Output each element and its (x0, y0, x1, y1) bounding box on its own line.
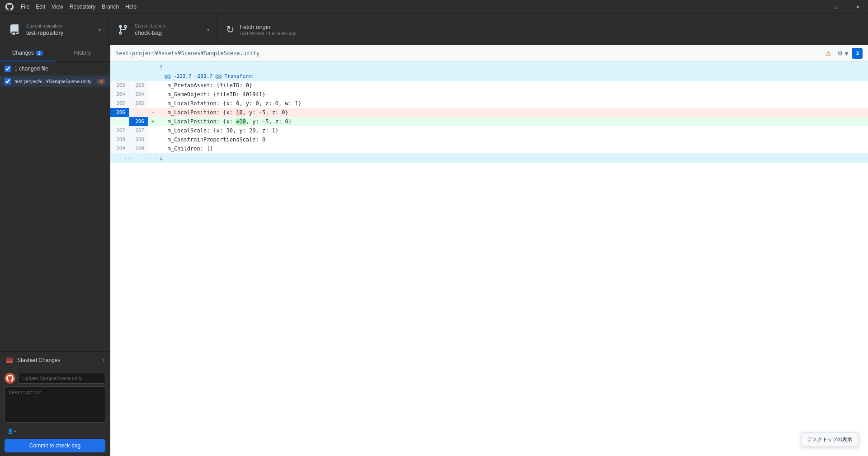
file-status-badge: M (97, 79, 105, 85)
commit-area: 👤+ Commit to check-bag (0, 369, 110, 456)
diff-line: 209 209 m_Children: [] (110, 144, 868, 153)
line-sign (148, 81, 157, 90)
hunk-header-text: @@ -203,7 +203,7 @@ Transform: (165, 73, 255, 79)
right-line-num: 203 (129, 81, 148, 90)
repo-icon (7, 23, 22, 37)
diff-header: test-project¥Assets¥Scenes¥SampleScene.u… (110, 45, 868, 61)
line-sign (148, 126, 157, 135)
line-content: m_Children: [] (157, 144, 868, 153)
commit-title-input[interactable] (18, 373, 105, 384)
add-person-icon: 👤+ (7, 428, 16, 434)
toolbar: Current repository test-repository ▾ Cur… (0, 14, 868, 45)
tab-changes[interactable]: Changes1 (0, 45, 55, 61)
current-branch-button[interactable]: Current branch check-bag ▾ (108, 14, 217, 45)
settings-icon[interactable]: ⚙ ▾ (837, 48, 848, 59)
sidebar-tabs: Changes1 History (0, 45, 110, 62)
diff-line: 203 203 m_PrefabAsset: {fileID: 0} (110, 81, 868, 90)
titlebar: File Edit View Repository Branch Help ─ … (0, 0, 868, 14)
stash-title: Stashed Changes (17, 357, 103, 363)
main-layout: Changes1 History 1 changed file test-pro… (0, 45, 868, 456)
diff-hunk-header: @@ -203,7 +203,7 @@ Transform: (110, 71, 868, 81)
line-content: m_LocalPosition: {x: 10, y: -5, z: 0} (157, 108, 868, 117)
changed-file-count: 1 changed file (14, 66, 105, 72)
left-line-num: 209 (110, 144, 129, 153)
expand-down-section[interactable]: ··· ··· ↓ (110, 153, 868, 163)
line-content: m_ConstrainProportionsScale: 0 (157, 135, 868, 144)
line-sign (148, 90, 157, 99)
maximize-button[interactable]: □ (826, 0, 847, 14)
sidebar: Changes1 History 1 changed file test-pro… (0, 45, 110, 456)
expand-down-right-num: ··· (137, 155, 156, 161)
right-line-num: 208 (129, 135, 148, 144)
expand-up-section[interactable]: ↑ (110, 61, 868, 71)
line-content: m_LocalRotation: {x: 0, y: 0, z: 0, w: 1… (157, 99, 868, 108)
toast: デスクトップの表示 (801, 432, 859, 447)
line-sign (148, 99, 157, 108)
repo-arrow: ▾ (99, 27, 101, 32)
menu-bar: File Edit View Repository Branch Help (21, 4, 137, 10)
diff-filepath: test-project¥Assets¥Scenes¥SampleScene.u… (116, 50, 259, 56)
line-content: m_LocalScale: {x: 30, y: 20, z: 1} (157, 126, 868, 135)
menu-edit[interactable]: Edit (36, 4, 45, 10)
repo-text: Current repository test-repository (26, 24, 94, 36)
diff-area: test-project¥Assets¥Scenes¥SampleScene.u… (110, 45, 868, 456)
branch-icon (116, 23, 130, 37)
app-logo (5, 3, 14, 11)
minimize-button[interactable]: ─ (806, 0, 826, 14)
left-line-num: 203 (110, 81, 129, 90)
branch-value: check-bag (135, 29, 203, 36)
left-line-num: 208 (110, 135, 129, 144)
file-item[interactable]: test-project¥...¥SampleScene.unity M (0, 75, 110, 87)
line-content: m_GameObject: {fileID: 401941} (157, 90, 868, 99)
line-sign (148, 135, 157, 144)
commit-description-input[interactable] (5, 386, 105, 423)
svg-rect-1 (6, 359, 13, 361)
left-line-num: 207 (110, 126, 129, 135)
branch-arrow: ▾ (207, 27, 209, 32)
fetch-text: Fetch origin Last fetched 14 minutes ago (240, 24, 297, 36)
window-controls: ─ □ ✕ (806, 0, 868, 14)
left-line-num (110, 117, 129, 126)
branch-text: Current branch check-bag (135, 24, 203, 36)
fetch-origin-button[interactable]: ↻ Fetch origin Last fetched 14 minutes a… (217, 14, 306, 45)
fetch-icon: ↻ (226, 24, 234, 36)
add-coauthor-button[interactable]: 👤+ (5, 427, 105, 436)
split-view-icon[interactable]: ⊞ (852, 48, 863, 59)
menu-repository[interactable]: Repository (70, 4, 95, 10)
diff-line-removed: 206 - m_LocalPosition: {x: 10, y: -5, z:… (110, 108, 868, 117)
line-content: m_LocalPosition: {x: ≠10, y: -5, z: 0} (157, 117, 868, 126)
current-repo-button[interactable]: Current repository test-repository ▾ (0, 14, 108, 45)
right-line-num: 204 (129, 90, 148, 99)
menu-file[interactable]: File (21, 4, 29, 10)
avatar (5, 373, 15, 384)
file-checkbox[interactable] (5, 78, 11, 85)
menu-view[interactable]: View (52, 4, 63, 10)
commit-button[interactable]: Commit to check-bag (5, 439, 105, 452)
diff-line-added: 206 + m_LocalPosition: {x: ≠10, y: -5, z… (110, 117, 868, 126)
line-sign: + (148, 117, 157, 126)
svg-rect-2 (6, 357, 13, 358)
changes-header: 1 changed file (0, 62, 110, 75)
tab-history[interactable]: History (55, 45, 110, 61)
left-line-num: 205 (110, 99, 129, 108)
repo-value: test-repository (26, 29, 94, 36)
close-button[interactable]: ✕ (847, 0, 868, 14)
select-all-checkbox[interactable] (5, 66, 11, 72)
expand-down-left-num: ··· (114, 155, 133, 161)
right-line-num (129, 108, 148, 117)
diff-line: 208 208 m_ConstrainProportionsScale: 0 (110, 135, 868, 144)
svg-rect-0 (6, 361, 13, 362)
repo-label: Current repository (26, 24, 94, 28)
commit-input-row (5, 373, 105, 384)
warning-icon: ⚠ (823, 48, 834, 59)
menu-help[interactable]: Help (125, 4, 137, 10)
diff-line: 204 204 m_GameObject: {fileID: 401941} (110, 90, 868, 99)
menu-branch[interactable]: Branch (102, 4, 119, 10)
diff-line: 205 205 m_LocalRotation: {x: 0, y: 0, z:… (110, 99, 868, 108)
expand-down-icon: ↓ (159, 155, 163, 162)
right-line-num: 207 (129, 126, 148, 135)
expand-up-icon: ↑ (159, 63, 163, 70)
diff-line: 207 207 m_LocalScale: {x: 30, y: 20, z: … (110, 126, 868, 135)
stash-expand-icon: › (103, 357, 104, 363)
stash-header[interactable]: Stashed Changes › (0, 352, 110, 369)
